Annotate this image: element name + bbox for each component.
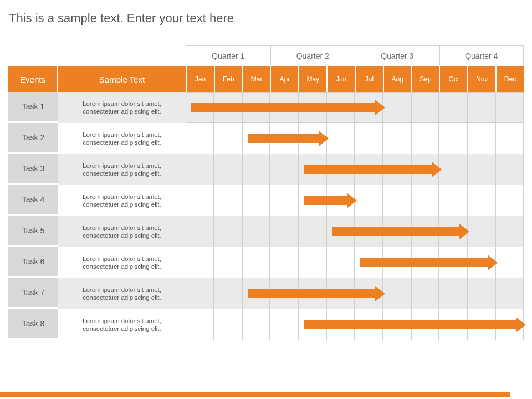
quarter-cell: Quarter 2	[270, 45, 355, 66]
timeline-cell	[326, 216, 355, 247]
timeline-cell	[270, 278, 298, 309]
timeline-cell	[326, 154, 355, 185]
timeline-cell	[298, 185, 326, 216]
timeline-cell	[411, 154, 439, 185]
month-cell: May	[298, 66, 326, 92]
task-description: Lorem ipsum dolor sit amet, consectetuer…	[58, 123, 186, 154]
timeline-cell	[411, 92, 439, 123]
timeline-cell	[495, 185, 524, 216]
timeline-cell	[186, 216, 214, 247]
timeline-cell	[242, 247, 270, 278]
timeline-cell	[355, 216, 383, 247]
timeline-cell	[186, 278, 214, 309]
timeline-cell	[383, 123, 411, 154]
month-cell: Mar	[242, 66, 270, 92]
timeline-cell	[467, 216, 495, 247]
timeline-cell	[214, 309, 242, 340]
task-row: Task 7Lorem ipsum dolor sit amet, consec…	[8, 278, 524, 309]
timeline-cell	[214, 92, 242, 123]
timeline-cell	[186, 185, 214, 216]
timeline-cell	[355, 123, 383, 154]
task-row: Task 8Lorem ipsum dolor sit amet, consec…	[8, 309, 524, 340]
timeline-cell	[214, 123, 242, 154]
month-cell: Dec	[495, 66, 524, 92]
timeline-cell	[383, 309, 411, 340]
task-description: Lorem ipsum dolor sit amet, consectetuer…	[58, 309, 186, 340]
timeline-cell	[495, 154, 524, 185]
quarter-cell: Quarter 4	[439, 45, 524, 66]
timeline-cell	[355, 278, 383, 309]
gantt-frame: Quarter 1 Quarter 2 Quarter 3 Quarter 4 …	[8, 45, 524, 340]
month-cell: Oct	[439, 66, 467, 92]
timeline-cell	[495, 92, 524, 123]
header-spacer	[8, 45, 186, 66]
quarter-header-row: Quarter 1 Quarter 2 Quarter 3 Quarter 4	[8, 45, 524, 66]
timeline-cell	[298, 309, 326, 340]
timeline-cell	[326, 309, 355, 340]
timeline-cell	[242, 92, 270, 123]
task-description: Lorem ipsum dolor sit amet, consectetuer…	[58, 216, 186, 247]
timeline-cell	[186, 123, 214, 154]
timeline-cell	[439, 278, 467, 309]
timeline-cell	[383, 216, 411, 247]
task-name: Task 8	[8, 309, 58, 340]
task-row: Task 6Lorem ipsum dolor sit amet, consec…	[8, 247, 524, 278]
timeline-cell	[326, 185, 355, 216]
timeline-cell	[242, 216, 270, 247]
timeline-cell	[242, 154, 270, 185]
timeline-cell	[270, 247, 298, 278]
timeline-cell	[326, 92, 355, 123]
month-cell: Feb	[214, 66, 242, 92]
timeline-cell	[383, 278, 411, 309]
timeline-cell	[298, 154, 326, 185]
timeline-cell	[242, 123, 270, 154]
timeline-cell	[270, 92, 298, 123]
task-row: Task 2Lorem ipsum dolor sit amet, consec…	[8, 123, 524, 154]
timeline-cell	[495, 123, 524, 154]
timeline-cell	[214, 185, 242, 216]
timeline-cell	[242, 309, 270, 340]
month-cell: Sep	[411, 66, 439, 92]
timeline-cell	[439, 247, 467, 278]
timeline-cell	[355, 92, 383, 123]
timeline-cell	[270, 154, 298, 185]
timeline-cell	[186, 247, 214, 278]
timeline-cell	[439, 92, 467, 123]
task-row: Task 1Lorem ipsum dolor sit amet, consec…	[8, 92, 524, 123]
timeline-cell	[270, 185, 298, 216]
timeline-cell	[467, 309, 495, 340]
footer-accent-bar	[0, 392, 510, 397]
month-cell: Aug	[383, 66, 411, 92]
timeline-cell	[326, 278, 355, 309]
month-cell: Apr	[270, 66, 298, 92]
timeline-cell	[270, 216, 298, 247]
timeline-cell	[467, 185, 495, 216]
timeline-cell	[411, 278, 439, 309]
month-header-row: Events Sample Text Jan Feb Mar Apr May J…	[8, 66, 524, 92]
timeline-cell	[439, 123, 467, 154]
timeline-cell	[355, 309, 383, 340]
task-row: Task 5Lorem ipsum dolor sit amet, consec…	[8, 216, 524, 247]
task-description: Lorem ipsum dolor sit amet, consectetuer…	[58, 154, 186, 185]
timeline-cell	[242, 185, 270, 216]
timeline-cell	[298, 92, 326, 123]
timeline-cell	[495, 309, 524, 340]
timeline-cell	[298, 278, 326, 309]
timeline-cell	[467, 154, 495, 185]
task-name: Task 5	[8, 216, 58, 247]
timeline-cell	[383, 92, 411, 123]
task-description: Lorem ipsum dolor sit amet, consectetuer…	[58, 278, 186, 309]
quarter-cell: Quarter 3	[355, 45, 439, 66]
task-name: Task 3	[8, 154, 58, 185]
task-row: Task 3Lorem ipsum dolor sit amet, consec…	[8, 154, 524, 185]
timeline-cell	[411, 309, 439, 340]
task-row: Task 4Lorem ipsum dolor sit amet, consec…	[8, 185, 524, 216]
timeline-cell	[326, 247, 355, 278]
task-description: Lorem ipsum dolor sit amet, consectetuer…	[58, 185, 186, 216]
timeline-cell	[298, 216, 326, 247]
task-name: Task 4	[8, 185, 58, 216]
timeline-cell	[270, 123, 298, 154]
month-cell: Jan	[186, 66, 214, 92]
task-name: Task 1	[8, 92, 58, 123]
timeline-cell	[355, 185, 383, 216]
